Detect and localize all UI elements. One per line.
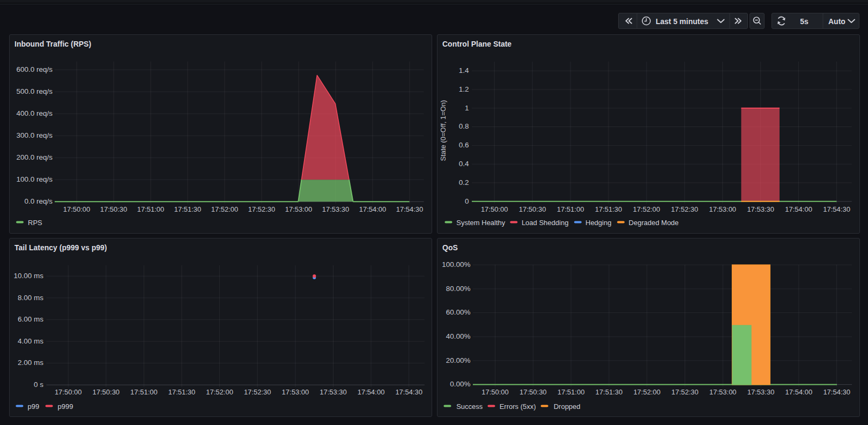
svg-text:17:53:30: 17:53:30: [322, 205, 350, 213]
svg-text:17:50:00: 17:50:00: [63, 205, 91, 213]
svg-text:0: 0: [465, 197, 469, 205]
svg-text:600.0 req/s: 600.0 req/s: [16, 65, 53, 73]
svg-text:QoS: QoS: [442, 243, 458, 252]
svg-text:State (0=Off, 1=On): State (0=Off, 1=On): [439, 100, 447, 161]
svg-text:17:50:00: 17:50:00: [481, 205, 508, 213]
svg-text:RPS: RPS: [28, 219, 42, 227]
svg-text:17:50:30: 17:50:30: [519, 205, 546, 213]
svg-text:200.0 req/s: 200.0 req/s: [16, 153, 53, 161]
svg-text:8.00 ms: 8.00 ms: [18, 294, 43, 302]
svg-text:17:50:30: 17:50:30: [100, 205, 128, 213]
svg-text:17:53:00: 17:53:00: [285, 205, 313, 213]
svg-text:0.0 req/s: 0.0 req/s: [24, 197, 53, 205]
svg-text:60.00%: 60.00%: [446, 308, 471, 316]
svg-text:4.00 ms: 4.00 ms: [18, 337, 43, 345]
svg-text:0.4: 0.4: [459, 160, 469, 168]
svg-text:5s: 5s: [800, 17, 808, 26]
svg-text:17:51:30: 17:51:30: [596, 388, 623, 396]
svg-text:17:54:30: 17:54:30: [395, 388, 422, 396]
svg-text:17:50:30: 17:50:30: [520, 388, 547, 396]
svg-text:0.8: 0.8: [459, 122, 469, 130]
svg-text:Success: Success: [456, 402, 483, 411]
svg-text:17:52:30: 17:52:30: [244, 388, 271, 396]
svg-text:17:53:00: 17:53:00: [709, 388, 737, 396]
svg-text:1.2: 1.2: [459, 85, 469, 93]
svg-text:0.00%: 0.00%: [450, 380, 470, 388]
svg-text:1.4: 1.4: [459, 66, 469, 74]
svg-text:Dropped: Dropped: [554, 402, 581, 411]
svg-text:17:52:00: 17:52:00: [633, 205, 661, 213]
svg-text:17:52:00: 17:52:00: [211, 205, 239, 213]
svg-text:0.2: 0.2: [459, 178, 469, 187]
svg-text:17:54:00: 17:54:00: [785, 205, 812, 213]
svg-text:17:51:00: 17:51:00: [558, 388, 585, 396]
svg-text:6.00 ms: 6.00 ms: [18, 315, 43, 323]
svg-text:17:53:30: 17:53:30: [320, 388, 347, 396]
svg-text:17:52:00: 17:52:00: [633, 388, 661, 396]
svg-text:17:54:30: 17:54:30: [396, 205, 424, 213]
svg-text:17:53:30: 17:53:30: [747, 388, 775, 396]
svg-text:Auto: Auto: [828, 17, 845, 26]
svg-text:17:51:00: 17:51:00: [557, 205, 584, 213]
svg-text:17:50:00: 17:50:00: [55, 388, 82, 396]
svg-text:17:54:30: 17:54:30: [823, 388, 850, 396]
svg-text:Degraded Mode: Degraded Mode: [629, 219, 679, 227]
svg-text:Hedging: Hedging: [585, 219, 611, 227]
svg-text:17:50:30: 17:50:30: [92, 388, 120, 396]
svg-text:17:53:00: 17:53:00: [282, 388, 309, 396]
svg-text:400.0 req/s: 400.0 req/s: [16, 109, 53, 117]
svg-text:17:52:30: 17:52:30: [248, 205, 276, 213]
svg-text:17:51:30: 17:51:30: [595, 205, 622, 213]
svg-text:17:51:30: 17:51:30: [174, 205, 202, 213]
svg-text:p999: p999: [58, 402, 73, 411]
svg-text:17:54:00: 17:54:00: [785, 388, 813, 396]
svg-text:17:54:30: 17:54:30: [823, 205, 850, 213]
svg-text:System Healthy: System Healthy: [456, 219, 506, 227]
svg-text:2.00 ms: 2.00 ms: [18, 359, 43, 367]
svg-text:17:54:00: 17:54:00: [358, 388, 385, 396]
svg-text:Load Shedding: Load Shedding: [522, 219, 568, 227]
svg-text:Inbound Traffic (RPS): Inbound Traffic (RPS): [14, 40, 91, 48]
svg-text:17:52:30: 17:52:30: [671, 388, 699, 396]
svg-text:0 s: 0 s: [34, 381, 43, 389]
svg-text:Last 5 minutes: Last 5 minutes: [656, 17, 708, 26]
svg-text:80.00%: 80.00%: [446, 285, 471, 293]
svg-text:1: 1: [465, 104, 469, 112]
svg-text:500.0 req/s: 500.0 req/s: [16, 87, 53, 95]
svg-text:100.0 req/s: 100.0 req/s: [16, 175, 53, 183]
svg-text:17:53:30: 17:53:30: [747, 205, 774, 213]
svg-text:p99: p99: [28, 402, 40, 411]
svg-text:Errors (5xx): Errors (5xx): [500, 402, 536, 411]
svg-text:17:53:00: 17:53:00: [709, 205, 736, 213]
svg-text:17:52:00: 17:52:00: [206, 388, 233, 396]
svg-text:17:51:00: 17:51:00: [130, 388, 158, 396]
svg-text:17:54:00: 17:54:00: [359, 205, 387, 213]
svg-text:17:50:00: 17:50:00: [481, 388, 509, 396]
svg-text:10.00 ms: 10.00 ms: [13, 272, 43, 280]
svg-text:Control Plane State: Control Plane State: [442, 40, 511, 48]
svg-text:0.6: 0.6: [459, 141, 469, 149]
svg-text:17:51:30: 17:51:30: [168, 388, 196, 396]
svg-text:40.00%: 40.00%: [446, 332, 471, 340]
svg-text:Tail Latency (p999 vs p99): Tail Latency (p999 vs p99): [14, 243, 107, 252]
svg-text:20.00%: 20.00%: [446, 356, 471, 364]
svg-text:100.00%: 100.00%: [442, 260, 470, 269]
svg-text:300.0 req/s: 300.0 req/s: [16, 131, 53, 139]
svg-text:17:52:30: 17:52:30: [671, 205, 699, 213]
svg-text:17:51:00: 17:51:00: [137, 205, 165, 213]
